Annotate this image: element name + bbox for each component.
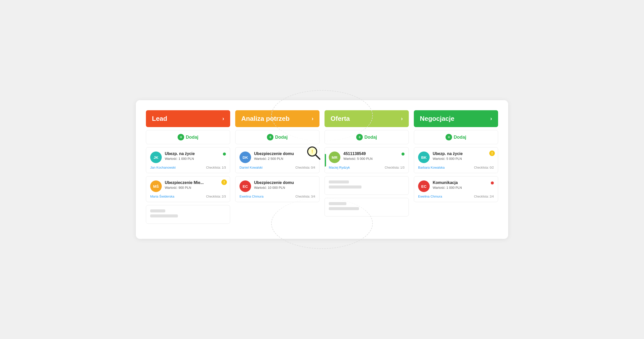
add-label-negocjacje: Dodaj	[454, 135, 466, 140]
card-info: Ubezpieczenie domu Wartość: 2 500 PLN	[254, 152, 315, 161]
plus-icon-oferta: +	[356, 134, 363, 140]
card-checklist-nego-1: Checklista: 0/2	[474, 166, 494, 169]
card-analiza-1[interactable]: ! DK Ubezpieczenie domu Wartość: 2 500 P…	[235, 147, 319, 173]
board-container: Lead › + Dodaj JK Ubezp. na życie Wartoś…	[136, 100, 508, 239]
column-negocjacje: Negocjacje › + Dodaj ! BK Ubezp. na życi…	[414, 110, 498, 224]
add-button-analiza[interactable]: + Dodaj	[267, 134, 288, 140]
card-nego-1[interactable]: ! BK Ubezp. na życie Wartość: 5 000 PLN …	[414, 147, 498, 173]
col-header-arrow-oferta: ›	[401, 116, 403, 122]
card-info: Ubezpieczenie Mie... Wartość: 900 PLN	[165, 180, 226, 190]
card-value-oferta-1: Wartość: 5 000 PLN	[343, 157, 398, 161]
card-top: MŚ Ubezpieczenie Mie... Wartość: 900 PLN	[150, 180, 226, 192]
skeleton-line	[329, 207, 359, 210]
avatar-analiza-1: DK	[239, 152, 251, 163]
card-oferta-1[interactable]: MR 4511138549 Wartość: 5 000 PLN Maciej …	[325, 147, 409, 173]
status-dot	[401, 153, 405, 156]
card-nego-2[interactable]: EC Komunikacja Wartość: 1 000 PLN Ewelin…	[414, 176, 498, 202]
skeleton-card-oferta-skel1	[325, 176, 409, 195]
column-lead: Lead › + Dodaj JK Ubezp. na życie Wartoś…	[146, 110, 230, 224]
status-dot	[223, 153, 226, 156]
card-person-analiza-2[interactable]: Ewelina Chmura	[239, 195, 263, 198]
kanban-board: Lead › + Dodaj JK Ubezp. na życie Wartoś…	[146, 110, 498, 224]
card-top: EC Komunikacja Wartość: 1 000 PLN	[418, 180, 494, 192]
card-title-nego-2: Komunikacja	[433, 180, 488, 185]
skeleton-card-oferta-skel2	[325, 198, 409, 216]
add-button-lead[interactable]: + Dodaj	[178, 134, 198, 140]
add-row-negocjacje[interactable]: + Dodaj	[414, 130, 498, 144]
card-title-lead-1: Ubezp. na życie	[165, 152, 220, 156]
card-value-lead-2: Wartość: 900 PLN	[165, 186, 226, 190]
avatar-oferta-1: MR	[329, 152, 340, 163]
skeleton-line	[329, 185, 361, 189]
card-footer: Maciej Rydzyk Checklista: 1/3	[329, 166, 405, 169]
card-title-lead-2: Ubezpieczenie Mie...	[165, 180, 226, 185]
column-analiza: Analiza potrzeb › + Dodaj !	[235, 110, 319, 224]
svg-line-2	[315, 155, 320, 159]
card-accent	[325, 154, 326, 167]
card-analiza-2[interactable]: EC Ubezpieczenie domu Wartość: 10 000 PL…	[235, 176, 319, 202]
card-person-lead-1[interactable]: Jan Kochanowski	[150, 166, 176, 169]
col-header-analiza[interactable]: Analiza potrzeb ›	[235, 110, 319, 127]
plus-icon-analiza: +	[267, 134, 273, 140]
card-checklist-lead-2: Checklista: 2/3	[206, 195, 226, 198]
card-checklist-nego-2: Checklista: 2/4	[474, 195, 494, 198]
card-person-analiza-1[interactable]: Daniel Kowalski	[239, 166, 263, 169]
card-checklist-oferta-1: Checklista: 1/3	[385, 166, 405, 169]
card-person-nego-2[interactable]: Ewelina Chmura	[418, 195, 442, 198]
card-info: Ubezp. na życie Wartość: 1 000 PLN	[165, 152, 220, 161]
skeleton-card-lead-skel	[146, 205, 230, 224]
card-value-analiza-1: Wartość: 2 500 PLN	[254, 157, 315, 161]
card-value-lead-1: Wartość: 1 000 PLN	[165, 157, 220, 161]
col-header-oferta[interactable]: Oferta ›	[325, 110, 409, 127]
card-footer: Barbara Kowalska Checklista: 0/2	[418, 166, 494, 169]
card-top: MR 4511138549 Wartość: 5 000 PLN	[329, 152, 405, 163]
skeleton-line	[150, 214, 178, 217]
card-person-oferta-1[interactable]: Maciej Rydzyk	[329, 166, 350, 169]
card-checklist-lead-1: Checklista: 1/3	[206, 166, 226, 169]
card-top: EC Ubezpieczenie domu Wartość: 10 000 PL…	[239, 180, 315, 192]
col-header-negocjacje[interactable]: Negocjacje ›	[414, 110, 498, 127]
card-person-nego-1[interactable]: Barbara Kowalska	[418, 166, 445, 169]
card-footer: Jan Kochanowski Checklista: 1/3	[150, 166, 226, 169]
card-checklist-analiza-1: Checklista: 0/4	[295, 166, 315, 169]
card-value-nego-1: Wartość: 5 000 PLN	[433, 157, 494, 161]
add-label-analiza: Dodaj	[275, 135, 288, 140]
add-label-lead: Dodaj	[186, 135, 198, 140]
card-value-nego-2: Wartość: 1 000 PLN	[433, 186, 488, 190]
col-header-arrow-lead: ›	[222, 116, 224, 122]
add-row-lead[interactable]: + Dodaj	[146, 130, 230, 144]
add-button-negocjacje[interactable]: + Dodaj	[446, 134, 466, 140]
card-info: 4511138549 Wartość: 5 000 PLN	[343, 152, 398, 161]
column-oferta: Oferta › + Dodaj MR 4511138549 Wartość: …	[325, 110, 409, 224]
card-lead-1[interactable]: JK Ubezp. na życie Wartość: 1 000 PLN Ja…	[146, 147, 230, 173]
add-button-oferta[interactable]: + Dodaj	[356, 134, 377, 140]
card-lead-2[interactable]: ! MŚ Ubezpieczenie Mie... Wartość: 900 P…	[146, 176, 230, 202]
card-person-lead-2[interactable]: Maria Świderska	[150, 195, 174, 198]
skeleton-line	[329, 202, 346, 205]
avatar-lead-2: MŚ	[150, 180, 162, 192]
avatar-lead-1: JK	[150, 152, 162, 163]
card-footer: Ewelina Chmura Checklista: 2/4	[418, 195, 494, 198]
card-info: Ubezpieczenie domu Wartość: 10 000 PLN	[254, 180, 315, 190]
warn-icon: !	[489, 150, 495, 156]
card-info: Komunikacja Wartość: 1 000 PLN	[433, 180, 488, 190]
col-header-arrow-analiza: ›	[312, 116, 313, 122]
add-row-analiza[interactable]: + Dodaj	[235, 130, 319, 144]
card-footer: Daniel Kowalski Checklista: 0/4	[239, 166, 315, 169]
card-info: Ubezp. na życie Wartość: 5 000 PLN	[433, 152, 494, 161]
col-header-title-negocjacje: Negocjacje	[420, 115, 454, 123]
col-header-lead[interactable]: Lead ›	[146, 110, 230, 127]
card-title-nego-1: Ubezp. na życie	[433, 152, 494, 156]
col-header-title-oferta: Oferta	[331, 115, 350, 123]
col-header-title-analiza: Analiza potrzeb	[241, 115, 290, 123]
col-header-arrow-negocjacje: ›	[490, 116, 492, 122]
avatar-nego-2: EC	[418, 180, 430, 192]
card-top: JK Ubezp. na życie Wartość: 1 000 PLN	[150, 152, 226, 163]
add-label-oferta: Dodaj	[364, 135, 377, 140]
card-title-oferta-1: 4511138549	[343, 152, 398, 156]
plus-icon-lead: +	[178, 134, 184, 140]
add-row-oferta[interactable]: + Dodaj	[325, 130, 409, 144]
skeleton-line	[329, 180, 349, 183]
status-dot	[491, 181, 494, 184]
col-header-title-lead: Lead	[152, 115, 167, 123]
